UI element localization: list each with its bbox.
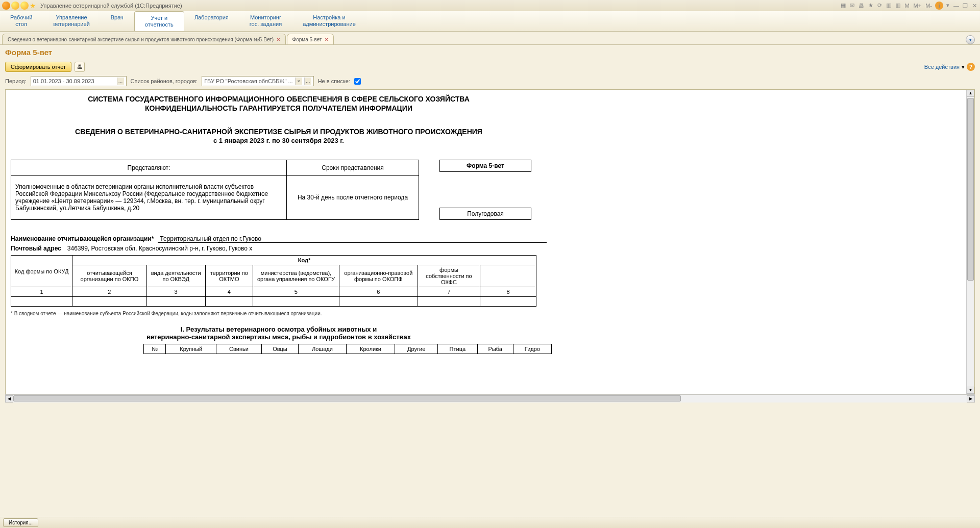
- codes-num-5: 5: [253, 287, 339, 297]
- codes-table: Код формы по ОКУД Код* отчитывающейся ор…: [11, 255, 536, 307]
- org-name-row: Наименование отчитывающейся организации*…: [11, 235, 547, 243]
- toolbar-icon[interactable]: ▥: [885, 2, 892, 9]
- scroll-right-icon[interactable]: ▶: [967, 395, 975, 403]
- submission-col1-body: Уполномоченные в области ветеринарии орг…: [11, 175, 287, 219]
- submission-col1-header: Представляют:: [11, 160, 287, 176]
- codes-col-okopf: организационно-правовой формы по ОКОПФ: [339, 265, 418, 287]
- scroll-thumb[interactable]: [967, 98, 974, 281]
- calc-m-plus[interactable]: M+: [913, 3, 923, 9]
- district-label: Список районов, городов:: [131, 78, 198, 84]
- period-field[interactable]: 01.01.2023 - 30.09.2023 …: [31, 76, 127, 86]
- menu-doctor[interactable]: Врач: [101, 11, 134, 31]
- tabbar-menu-button[interactable]: ▾: [966, 35, 975, 44]
- district-field[interactable]: ГБУ РО "Ростовская облСББЖ" ... × …: [202, 76, 314, 86]
- s1-col-rabbits: Кролики: [346, 344, 395, 354]
- codes-num-3: 3: [146, 287, 205, 297]
- form-name-box: Форма 5-вет: [439, 160, 531, 172]
- not-in-list-checkbox[interactable]: [354, 78, 361, 85]
- s1-col-sheep: Овцы: [261, 344, 298, 354]
- tab-form5[interactable]: Форма 5-вет ×: [287, 34, 334, 44]
- scroll-left-icon[interactable]: ◀: [5, 395, 13, 403]
- tabbar-right: ▾: [966, 35, 978, 44]
- document-tabbar: Сведения о ветеринарно-санитарной экспер…: [0, 32, 980, 45]
- scroll-down-icon[interactable]: ▼: [967, 387, 974, 394]
- report-header-1: СИСТЕМА ГОСУДАРСТВЕННОГО ИНФОРМАЦИОННОГО…: [11, 95, 547, 103]
- menu-desktop[interactable]: Рабочийстол: [0, 11, 43, 31]
- toolbar-icon[interactable]: ▦: [840, 2, 847, 9]
- menu-settings[interactable]: Настройка иадминистрирование: [292, 11, 366, 31]
- nav-back-icon[interactable]: [11, 2, 19, 10]
- report-params: Период: 01.01.2023 - 30.09.2023 … Список…: [0, 74, 980, 88]
- dropdown-icon[interactable]: ▾: [945, 2, 950, 9]
- toolbar-icon[interactable]: ⟳: [876, 2, 883, 9]
- generate-report-button[interactable]: Сформировать отчет: [5, 62, 71, 72]
- period-value: 01.01.2023 - 30.09.2023: [33, 78, 94, 84]
- scroll-track[interactable]: [13, 395, 967, 403]
- s1-col-horses: Лошади: [299, 344, 347, 354]
- codes-val-1: [11, 297, 72, 307]
- tab-form5-details[interactable]: Сведения о ветеринарно-санитарной экспер…: [2, 34, 286, 44]
- nav-fwd-icon[interactable]: [20, 2, 29, 10]
- codes-val-3: [146, 297, 205, 307]
- s1-col-pigs: Свиньи: [216, 344, 262, 354]
- tab-label: Сведения о ветеринарно-санитарной экспер…: [8, 37, 274, 42]
- menu-lab[interactable]: Лаборатория: [184, 11, 239, 31]
- report-viewer[interactable]: ▲ ▼ СИСТЕМА ГОСУДАРСТВЕННОГО ИНФОРМАЦИОН…: [5, 89, 975, 394]
- favorite-icon[interactable]: ★: [30, 2, 36, 10]
- page-title: Форма 5-вет: [0, 45, 980, 60]
- menu-accounting[interactable]: Учет иотчетность: [134, 11, 184, 31]
- tab-close-icon[interactable]: ×: [277, 36, 280, 42]
- not-in-list-label: Не в списке:: [318, 78, 350, 84]
- dropdown-icon[interactable]: ▾: [962, 64, 965, 70]
- codes-num-8: 8: [480, 287, 536, 297]
- info-icon[interactable]: i: [935, 2, 943, 10]
- district-value: ГБУ РО "Ростовская облСББЖ" ...: [204, 78, 293, 84]
- titlebar-right: ▦ ✉ 🖶 ★ ⟳ ▥ ▥ M M+ M- i ▾ — ❐ ✕: [840, 2, 978, 10]
- vertical-scrollbar[interactable]: ▲ ▼: [966, 90, 974, 394]
- s1-col-n: №: [144, 344, 166, 354]
- scroll-thumb[interactable]: [13, 395, 681, 401]
- s1-col-hydro: Гидро: [513, 344, 551, 354]
- codes-num-1: 1: [11, 287, 72, 297]
- toolbar-icon[interactable]: ★: [867, 2, 874, 9]
- codes-num-7: 7: [418, 287, 480, 297]
- toolbar-icon[interactable]: ▥: [894, 2, 901, 9]
- minimize-icon[interactable]: —: [952, 2, 960, 9]
- menu-vet-mgmt[interactable]: Управлениеветеринарией: [43, 11, 100, 31]
- s1-col-other: Другие: [395, 344, 438, 354]
- tab-label: Форма 5-вет: [292, 37, 322, 42]
- toolbar-icon[interactable]: 🖶: [857, 3, 865, 9]
- toolbar-icon[interactable]: ✉: [849, 2, 855, 9]
- period-picker-icon[interactable]: …: [117, 78, 124, 85]
- horizontal-scrollbar[interactable]: ◀ ▶: [5, 394, 975, 403]
- codes-col-okfs: формы собственности по ОКФС: [418, 265, 480, 287]
- help-icon[interactable]: ?: [967, 63, 975, 71]
- report-header-2: КОНФИДЕНЦИАЛЬНОСТЬ ГАРАНТИРУЕТСЯ ПОЛУЧАТ…: [11, 104, 547, 112]
- codes-col-okpo: отчитывающейся организации по ОКПО: [72, 265, 147, 287]
- district-clear-icon[interactable]: ×: [295, 78, 302, 85]
- codes-val-6: [339, 297, 418, 307]
- codes-num-2: 2: [72, 287, 147, 297]
- codes-val-5: [253, 297, 339, 307]
- scroll-up-icon[interactable]: ▲: [967, 90, 974, 97]
- maximize-icon[interactable]: ❐: [962, 2, 969, 9]
- report-submission-row: Представляют: Сроки представления Уполно…: [11, 160, 547, 220]
- section-1-header-1: I. Результаты ветеринарного осмотра убой…: [11, 325, 547, 333]
- org-name-label: Наименование отчитывающейся организации*: [11, 235, 154, 242]
- menu-monitoring[interactable]: Мониторинггос. задания: [239, 11, 292, 31]
- tab-close-icon[interactable]: ×: [325, 36, 328, 42]
- s1-col-cattle: Крупный: [166, 344, 216, 354]
- org-name-value: Территориальный отдел по г.Гуково: [158, 235, 547, 243]
- address-value: 346399, Ростовская обл, Красносулинский …: [65, 245, 547, 252]
- window-title: Управление ветеринарной службой (1С:Пред…: [40, 3, 182, 9]
- titlebar-left-icons: ★: [2, 2, 36, 10]
- app-icon-1c[interactable]: [2, 2, 10, 10]
- district-picker-icon[interactable]: …: [304, 78, 311, 85]
- all-actions-link[interactable]: Все действия: [924, 64, 960, 70]
- print-icon[interactable]: 🖶: [75, 62, 85, 72]
- report-period-line: с 1 января 2023 г. по 30 сентября 2023 г…: [11, 137, 547, 144]
- calc-m[interactable]: M: [903, 3, 910, 9]
- codes-footnote: * В сводном отчете — наименование субъек…: [11, 311, 547, 316]
- close-icon[interactable]: ✕: [971, 2, 978, 9]
- calc-m-minus[interactable]: M-: [924, 3, 933, 9]
